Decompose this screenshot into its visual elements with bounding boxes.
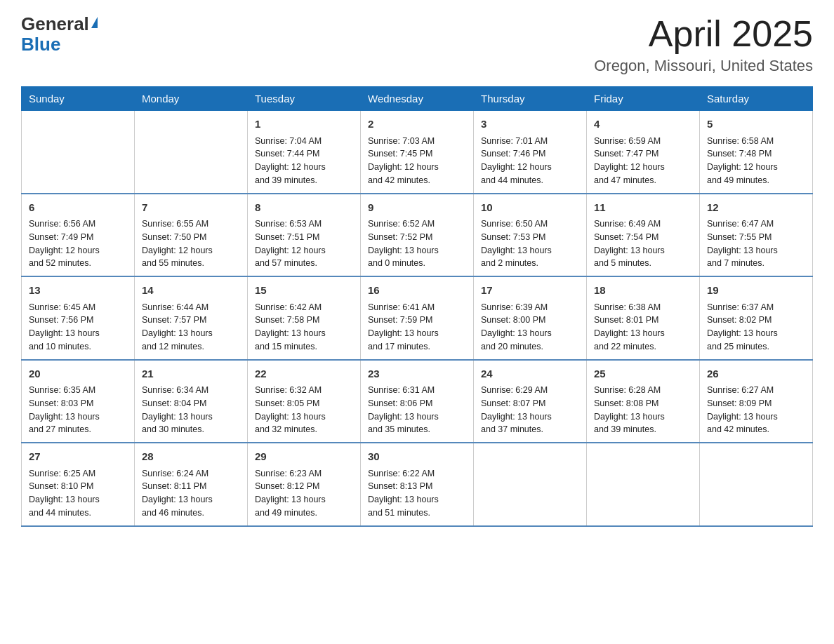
day-number: 20 — [29, 366, 127, 382]
day-number: 7 — [142, 200, 240, 216]
table-row: 4Sunrise: 6:59 AM Sunset: 7:47 PM Daylig… — [587, 111, 700, 194]
day-number: 21 — [142, 366, 240, 382]
logo: General Blue — [21, 14, 98, 54]
day-number: 10 — [481, 200, 579, 216]
calendar-week-row: 13Sunrise: 6:45 AM Sunset: 7:56 PM Dayli… — [22, 276, 813, 360]
day-info: Sunrise: 6:58 AM Sunset: 7:48 PM Dayligh… — [707, 135, 805, 187]
day-number: 4 — [594, 116, 692, 133]
title-block: April 2025 Oregon, Missouri, United Stat… — [594, 14, 813, 75]
day-number: 18 — [594, 283, 692, 299]
table-row: 18Sunrise: 6:38 AM Sunset: 8:01 PM Dayli… — [587, 276, 700, 360]
day-info: Sunrise: 6:42 AM Sunset: 7:58 PM Dayligh… — [255, 301, 353, 354]
day-number: 25 — [594, 366, 692, 382]
table-row: 23Sunrise: 6:31 AM Sunset: 8:06 PM Dayli… — [361, 360, 474, 443]
table-row — [700, 443, 813, 526]
table-row: 20Sunrise: 6:35 AM Sunset: 8:03 PM Dayli… — [22, 360, 135, 443]
table-row: 10Sunrise: 6:50 AM Sunset: 7:53 PM Dayli… — [474, 194, 587, 277]
col-wednesday: Wednesday — [361, 87, 474, 111]
calendar-table: Sunday Monday Tuesday Wednesday Thursday… — [21, 86, 813, 527]
day-number: 11 — [594, 200, 692, 216]
day-number: 1 — [255, 116, 353, 133]
table-row: 28Sunrise: 6:24 AM Sunset: 8:11 PM Dayli… — [135, 443, 248, 526]
day-info: Sunrise: 7:04 AM Sunset: 7:44 PM Dayligh… — [255, 135, 353, 187]
day-info: Sunrise: 6:22 AM Sunset: 8:13 PM Dayligh… — [368, 467, 466, 520]
day-info: Sunrise: 6:55 AM Sunset: 7:50 PM Dayligh… — [142, 217, 240, 270]
day-number: 17 — [481, 283, 579, 299]
table-row: 2Sunrise: 7:03 AM Sunset: 7:45 PM Daylig… — [361, 111, 474, 194]
day-number: 27 — [29, 449, 127, 465]
day-info: Sunrise: 6:25 AM Sunset: 8:10 PM Dayligh… — [29, 467, 127, 520]
table-row: 15Sunrise: 6:42 AM Sunset: 7:58 PM Dayli… — [248, 276, 361, 360]
day-info: Sunrise: 6:49 AM Sunset: 7:54 PM Dayligh… — [594, 217, 692, 270]
table-row: 8Sunrise: 6:53 AM Sunset: 7:51 PM Daylig… — [248, 194, 361, 277]
table-row: 6Sunrise: 6:56 AM Sunset: 7:49 PM Daylig… — [22, 194, 135, 277]
day-number: 28 — [142, 449, 240, 465]
table-row: 11Sunrise: 6:49 AM Sunset: 7:54 PM Dayli… — [587, 194, 700, 277]
day-number: 23 — [368, 366, 466, 382]
day-info: Sunrise: 6:29 AM Sunset: 8:07 PM Dayligh… — [481, 384, 579, 436]
day-number: 30 — [368, 449, 466, 465]
table-row: 3Sunrise: 7:01 AM Sunset: 7:46 PM Daylig… — [474, 111, 587, 194]
col-sunday: Sunday — [22, 87, 135, 111]
table-row: 24Sunrise: 6:29 AM Sunset: 8:07 PM Dayli… — [474, 360, 587, 443]
table-row: 29Sunrise: 6:23 AM Sunset: 8:12 PM Dayli… — [248, 443, 361, 526]
day-info: Sunrise: 6:53 AM Sunset: 7:51 PM Dayligh… — [255, 217, 353, 270]
table-row: 5Sunrise: 6:58 AM Sunset: 7:48 PM Daylig… — [700, 111, 813, 194]
day-info: Sunrise: 6:44 AM Sunset: 7:57 PM Dayligh… — [142, 301, 240, 354]
day-number: 9 — [368, 200, 466, 216]
table-row: 9Sunrise: 6:52 AM Sunset: 7:52 PM Daylig… — [361, 194, 474, 277]
day-number: 6 — [29, 200, 127, 216]
day-number: 26 — [707, 366, 805, 382]
table-row: 14Sunrise: 6:44 AM Sunset: 7:57 PM Dayli… — [135, 276, 248, 360]
day-info: Sunrise: 6:47 AM Sunset: 7:55 PM Dayligh… — [707, 217, 805, 270]
calendar-header-row: Sunday Monday Tuesday Wednesday Thursday… — [22, 87, 813, 111]
day-info: Sunrise: 6:52 AM Sunset: 7:52 PM Dayligh… — [368, 217, 466, 270]
table-row: 19Sunrise: 6:37 AM Sunset: 8:02 PM Dayli… — [700, 276, 813, 360]
table-row — [135, 111, 248, 194]
calendar-week-row: 6Sunrise: 6:56 AM Sunset: 7:49 PM Daylig… — [22, 194, 813, 277]
day-info: Sunrise: 6:39 AM Sunset: 8:00 PM Dayligh… — [481, 301, 579, 354]
table-row: 12Sunrise: 6:47 AM Sunset: 7:55 PM Dayli… — [700, 194, 813, 277]
table-row — [474, 443, 587, 526]
day-number: 3 — [481, 116, 579, 133]
col-thursday: Thursday — [474, 87, 587, 111]
day-info: Sunrise: 6:31 AM Sunset: 8:06 PM Dayligh… — [368, 384, 466, 436]
day-number: 22 — [255, 366, 353, 382]
col-saturday: Saturday — [700, 87, 813, 111]
day-info: Sunrise: 6:41 AM Sunset: 7:59 PM Dayligh… — [368, 301, 466, 354]
day-info: Sunrise: 6:23 AM Sunset: 8:12 PM Dayligh… — [255, 467, 353, 520]
day-info: Sunrise: 6:35 AM Sunset: 8:03 PM Dayligh… — [29, 384, 127, 436]
table-row: 22Sunrise: 6:32 AM Sunset: 8:05 PM Dayli… — [248, 360, 361, 443]
day-number: 19 — [707, 283, 805, 299]
calendar-week-row: 1Sunrise: 7:04 AM Sunset: 7:44 PM Daylig… — [22, 111, 813, 194]
day-number: 24 — [481, 366, 579, 382]
page-header: General Blue April 2025 Oregon, Missouri… — [21, 14, 813, 75]
day-number: 5 — [707, 116, 805, 133]
table-row — [587, 443, 700, 526]
day-info: Sunrise: 6:37 AM Sunset: 8:02 PM Dayligh… — [707, 301, 805, 354]
day-info: Sunrise: 6:28 AM Sunset: 8:08 PM Dayligh… — [594, 384, 692, 436]
day-number: 29 — [255, 449, 353, 465]
col-tuesday: Tuesday — [248, 87, 361, 111]
day-info: Sunrise: 6:32 AM Sunset: 8:05 PM Dayligh… — [255, 384, 353, 436]
table-row: 27Sunrise: 6:25 AM Sunset: 8:10 PM Dayli… — [22, 443, 135, 526]
day-info: Sunrise: 6:50 AM Sunset: 7:53 PM Dayligh… — [481, 217, 579, 270]
table-row: 21Sunrise: 6:34 AM Sunset: 8:04 PM Dayli… — [135, 360, 248, 443]
day-number: 2 — [368, 116, 466, 133]
day-info: Sunrise: 6:27 AM Sunset: 8:09 PM Dayligh… — [707, 384, 805, 436]
day-number: 13 — [29, 283, 127, 299]
day-info: Sunrise: 6:38 AM Sunset: 8:01 PM Dayligh… — [594, 301, 692, 354]
col-friday: Friday — [587, 87, 700, 111]
day-number: 12 — [707, 200, 805, 216]
day-info: Sunrise: 6:59 AM Sunset: 7:47 PM Dayligh… — [594, 135, 692, 187]
day-info: Sunrise: 6:34 AM Sunset: 8:04 PM Dayligh… — [142, 384, 240, 436]
location-title: Oregon, Missouri, United States — [594, 57, 813, 75]
day-info: Sunrise: 6:45 AM Sunset: 7:56 PM Dayligh… — [29, 301, 127, 354]
table-row — [22, 111, 135, 194]
day-number: 16 — [368, 283, 466, 299]
day-number: 8 — [255, 200, 353, 216]
day-info: Sunrise: 6:24 AM Sunset: 8:11 PM Dayligh… — [142, 467, 240, 520]
table-row: 1Sunrise: 7:04 AM Sunset: 7:44 PM Daylig… — [248, 111, 361, 194]
table-row: 16Sunrise: 6:41 AM Sunset: 7:59 PM Dayli… — [361, 276, 474, 360]
logo-blue-text: Blue — [21, 34, 98, 55]
